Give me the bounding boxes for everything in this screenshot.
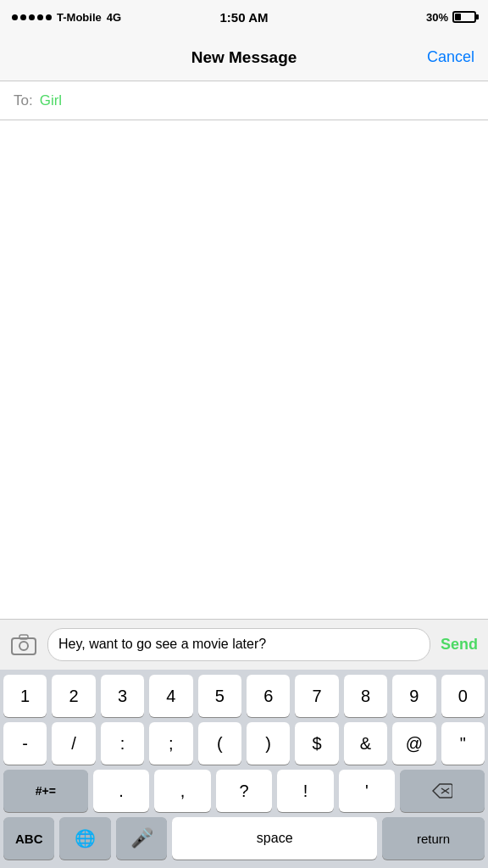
nav-bar: New Message Cancel <box>0 34 488 81</box>
page-title: New Message <box>191 48 297 67</box>
to-value: Girl <box>40 92 62 109</box>
signal-dot <box>20 14 26 20</box>
svg-rect-0 <box>12 638 36 654</box>
key-9[interactable]: 9 <box>392 675 435 717</box>
svg-rect-2 <box>19 635 28 639</box>
camera-icon <box>11 634 36 656</box>
key-return[interactable]: return <box>382 817 485 860</box>
keyboard: 1 2 3 4 5 6 7 8 9 0 - / : ; ( ) $ & @ " … <box>0 670 488 868</box>
key-comma[interactable]: , <box>154 770 211 812</box>
key-period[interactable]: . <box>93 770 150 812</box>
key-colon[interactable]: : <box>101 722 144 765</box>
signal-dot <box>29 14 35 20</box>
key-at[interactable]: @ <box>392 722 435 765</box>
cancel-button[interactable]: Cancel <box>427 48 474 66</box>
key-4[interactable]: 4 <box>149 675 192 717</box>
message-text: Hey, want to go see a movie later? <box>58 636 266 654</box>
send-button[interactable]: Send <box>437 636 481 654</box>
to-field[interactable]: To: Girl <box>0 81 488 120</box>
backspace-key[interactable] <box>400 770 485 812</box>
status-bar: T-Mobile 4G 1:50 AM 30% <box>0 0 488 34</box>
network-label: 4G <box>107 11 121 24</box>
message-input[interactable]: Hey, want to go see a movie later? <box>47 628 430 661</box>
key-apostrophe[interactable]: ' <box>339 770 396 812</box>
key-globe[interactable]: 🌐 <box>59 817 110 860</box>
key-7[interactable]: 7 <box>295 675 338 717</box>
signal-dot <box>46 14 52 20</box>
to-label: To: <box>14 92 33 109</box>
svg-point-1 <box>19 642 28 650</box>
battery-icon <box>452 11 476 23</box>
key-quote[interactable]: " <box>441 722 485 765</box>
key-abc[interactable]: ABC <box>3 817 54 860</box>
signal-dot <box>37 14 43 20</box>
keyboard-row-bottom: ABC 🌐 🎤 space return <box>0 812 488 865</box>
signal-dots <box>12 14 52 20</box>
key-question[interactable]: ? <box>216 770 273 812</box>
key-semicolon[interactable]: ; <box>149 722 192 765</box>
status-right: 30% <box>426 11 476 24</box>
keyboard-row-numbers: 1 2 3 4 5 6 7 8 9 0 <box>0 670 488 717</box>
status-time: 1:50 AM <box>220 10 269 25</box>
key-dash[interactable]: - <box>3 722 47 765</box>
key-6[interactable]: 6 <box>247 675 290 717</box>
key-dollar[interactable]: $ <box>295 722 338 765</box>
keyboard-row-symbols: - / : ; ( ) $ & @ " <box>0 717 488 765</box>
key-hashplus[interactable]: #+= <box>3 770 88 812</box>
key-space[interactable]: space <box>172 817 377 860</box>
key-1[interactable]: 1 <box>3 675 47 717</box>
key-exclaim[interactable]: ! <box>277 770 334 812</box>
camera-button[interactable] <box>7 628 41 662</box>
key-ampersand[interactable]: & <box>344 722 387 765</box>
keyboard-row-special: #+= . , ? ! ' <box>0 765 488 812</box>
signal-dot <box>12 14 18 20</box>
key-0[interactable]: 0 <box>441 675 485 717</box>
key-rparen[interactable]: ) <box>247 722 290 765</box>
key-lparen[interactable]: ( <box>198 722 241 765</box>
key-microphone[interactable]: 🎤 <box>116 817 167 860</box>
key-2[interactable]: 2 <box>52 675 95 717</box>
battery-percent: 30% <box>426 11 448 24</box>
backspace-icon <box>432 783 452 798</box>
battery-fill <box>455 14 461 20</box>
key-8[interactable]: 8 <box>344 675 387 717</box>
key-3[interactable]: 3 <box>101 675 144 717</box>
key-5[interactable]: 5 <box>198 675 241 717</box>
key-slash[interactable]: / <box>52 722 95 765</box>
input-toolbar: Hey, want to go see a movie later? Send <box>0 619 488 670</box>
status-left: T-Mobile 4G <box>12 11 121 24</box>
carrier-label: T-Mobile <box>57 11 102 24</box>
message-area <box>0 120 488 619</box>
